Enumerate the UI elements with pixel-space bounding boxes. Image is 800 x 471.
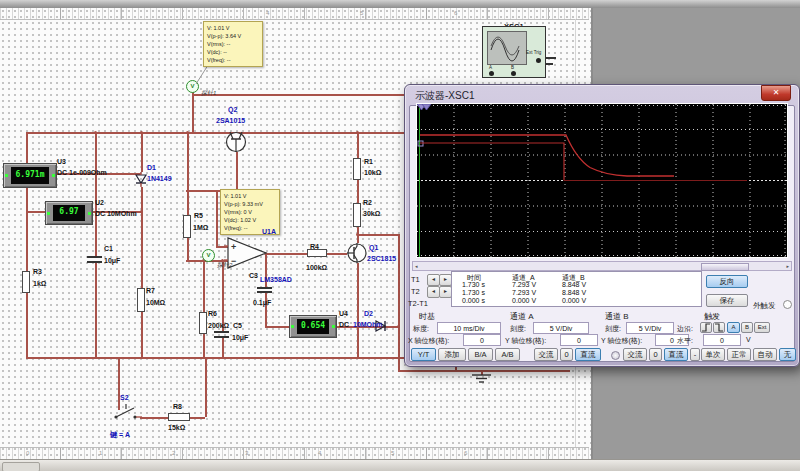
wire[interactable] xyxy=(357,234,398,236)
resistor-r1[interactable] xyxy=(353,158,361,180)
wire[interactable] xyxy=(192,91,194,132)
wire[interactable] xyxy=(357,132,359,158)
capacitor-c3[interactable] xyxy=(257,291,272,293)
wire[interactable] xyxy=(26,132,28,271)
voltage-probe-2[interactable]: V xyxy=(202,249,215,262)
add-mode-button[interactable]: 添加 xyxy=(438,348,466,361)
yt-mode-button[interactable]: Y/T xyxy=(411,348,436,361)
oscilloscope-instrument-icon[interactable]: Ext Trig A B xyxy=(482,26,546,78)
meter-u4[interactable]: 0.654 xyxy=(289,315,337,338)
wire[interactable] xyxy=(398,370,570,372)
wire[interactable] xyxy=(95,132,97,256)
wire[interactable] xyxy=(205,357,207,417)
capacitor-c5[interactable] xyxy=(214,331,229,333)
channel-a-ac-button[interactable]: 交流 xyxy=(534,348,558,361)
channel-a-offset-input[interactable]: 0 xyxy=(560,334,598,346)
falling-edge-button[interactable] xyxy=(713,322,725,333)
channel-b-terminal[interactable] xyxy=(511,71,516,76)
wire[interactable] xyxy=(141,132,143,172)
probe-line: V(rms): -- xyxy=(207,40,259,48)
trigger-single-button[interactable]: 单次 xyxy=(701,348,725,361)
timebase-offset-input[interactable]: 0 xyxy=(463,334,501,346)
save-button[interactable]: 保存 xyxy=(706,294,748,307)
channel-a-knob[interactable] xyxy=(611,351,620,360)
timebase-scale-input[interactable]: 10 ms/Div xyxy=(437,322,501,334)
wire[interactable] xyxy=(265,326,290,328)
wire[interactable] xyxy=(357,263,359,357)
wire[interactable] xyxy=(203,260,205,312)
wire[interactable] xyxy=(26,211,45,213)
trigger-level-input[interactable]: 0 xyxy=(703,334,741,346)
channel-a-scale-input[interactable]: 5 V/Div xyxy=(533,322,589,334)
transistor-q2[interactable] xyxy=(224,129,248,153)
trigger-ext-button[interactable]: Ext xyxy=(754,322,770,333)
wire[interactable] xyxy=(327,253,347,255)
trigger-none-button[interactable]: 无 xyxy=(779,348,796,361)
trigger-a-button[interactable]: A xyxy=(727,322,740,333)
rising-edge-button[interactable] xyxy=(700,322,712,333)
close-button[interactable]: ✕ xyxy=(761,85,791,101)
resistor-r8[interactable] xyxy=(168,413,190,421)
channel-a-zero-button[interactable]: 0 xyxy=(560,348,573,361)
trigger-auto-button[interactable]: 自动 xyxy=(753,348,777,361)
ba-mode-button[interactable]: B/A xyxy=(468,348,493,361)
ext-trigger-radio[interactable] xyxy=(783,300,792,309)
wire[interactable] xyxy=(398,234,400,370)
oscilloscope-window[interactable]: 示波器-XSC1 ✕ xyxy=(404,84,800,367)
wire[interactable] xyxy=(140,417,168,419)
scope-display[interactable] xyxy=(416,103,788,258)
resistor-r6[interactable] xyxy=(199,312,207,334)
meter-u3[interactable]: 6.971m xyxy=(3,163,57,188)
wire[interactable] xyxy=(26,357,455,359)
ext-trig-terminal[interactable] xyxy=(536,58,541,63)
wire[interactable] xyxy=(216,190,218,246)
resistor-r7[interactable] xyxy=(137,288,145,312)
wire[interactable] xyxy=(266,253,307,255)
trigger-b-button[interactable]: B xyxy=(741,322,753,333)
trigger-normal-button[interactable]: 正常 xyxy=(727,348,751,361)
scroll-right-icon[interactable]: ▸ xyxy=(786,262,789,270)
display-scrollbar[interactable]: ◂ ▸ xyxy=(412,261,792,271)
transistor-q1[interactable] xyxy=(347,243,367,263)
channel-b-zero-button[interactable]: 0 xyxy=(649,348,662,361)
scrollbar-thumb[interactable] xyxy=(701,263,749,271)
wire[interactable] xyxy=(141,187,143,288)
resistor-r3[interactable] xyxy=(22,271,30,293)
resistor-r5[interactable] xyxy=(183,215,191,238)
wire[interactable] xyxy=(187,132,189,215)
channel-b-dc-button[interactable]: 直流 xyxy=(664,348,688,361)
wire[interactable] xyxy=(187,238,189,260)
wire[interactable] xyxy=(222,338,224,357)
wire[interactable] xyxy=(236,152,238,190)
wire[interactable] xyxy=(203,334,205,357)
channel-b-ac-button[interactable]: 交流 xyxy=(623,348,647,361)
wire[interactable] xyxy=(265,293,267,326)
status-bar-tab[interactable] xyxy=(2,462,40,471)
wire[interactable] xyxy=(26,293,28,357)
capacitor-c1[interactable] xyxy=(87,261,102,263)
capacitor-c5[interactable] xyxy=(214,336,229,338)
scroll-left-icon[interactable]: ◂ xyxy=(415,262,418,270)
capacitor-c3[interactable] xyxy=(257,287,272,289)
channel-b-minus-button[interactable]: - xyxy=(690,348,700,361)
wire[interactable] xyxy=(141,312,143,357)
label-r2-value: 30kΩ xyxy=(363,210,380,217)
wire[interactable] xyxy=(357,180,359,203)
channel-a-dc-button[interactable]: 直流 xyxy=(575,348,601,361)
probe1-readout-box[interactable]: V: 1.01 V V(p-p): 3.64 V V(rms): -- V(dc… xyxy=(203,21,263,67)
channel-a-terminal[interactable] xyxy=(489,71,494,76)
meter-u2[interactable]: 6.97 xyxy=(45,201,93,225)
ab-mode-button[interactable]: A/B xyxy=(495,348,520,361)
wire[interactable] xyxy=(95,263,97,357)
ruler-number: 6 xyxy=(454,10,457,16)
label-c5: C5 xyxy=(233,322,242,329)
wire[interactable] xyxy=(190,417,205,419)
resistor-r4[interactable] xyxy=(307,249,327,257)
resistor-r2[interactable] xyxy=(353,203,361,227)
ground-symbol[interactable] xyxy=(471,374,492,383)
wire[interactable] xyxy=(222,260,224,331)
switch-s2[interactable] xyxy=(110,403,142,420)
capacitor-c1[interactable] xyxy=(87,256,102,258)
reverse-button[interactable]: 反向 xyxy=(706,275,748,288)
channel-b-scale-input[interactable]: 5 V/Div xyxy=(626,322,674,334)
